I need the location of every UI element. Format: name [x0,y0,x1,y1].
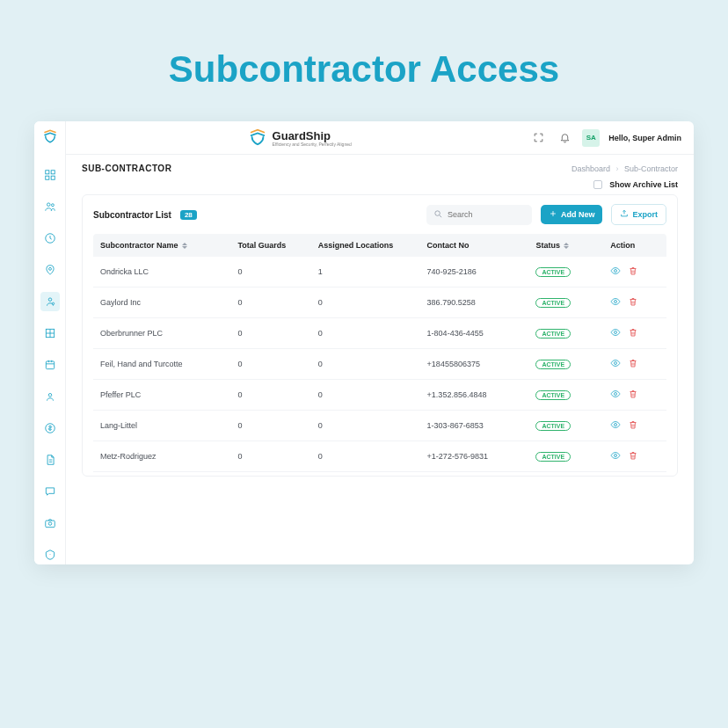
cell-guards: 0 [230,441,310,472]
svg-point-9 [52,302,54,304]
svg-point-20 [615,362,617,365]
cell-name: Metz-Rodriguez [93,441,230,472]
archive-checkbox[interactable] [593,180,602,189]
nav-help[interactable] [40,545,60,564]
cell-locations: 0 [311,411,420,441]
cell-status: ACTIVE [528,380,603,411]
export-icon [620,209,629,220]
export-label: Export [632,210,658,219]
svg-point-19 [615,331,617,334]
cell-name: Lang-Littel [93,411,230,441]
card-header: Subcontractor List 28 Add New Export [93,204,666,225]
col-action: Action [603,234,666,257]
count-badge: 28 [180,210,197,220]
view-icon[interactable] [610,389,621,401]
page-header: SUB-CONTRACTOR Dashboard › Sub-Contracto… [66,155,694,180]
sidebar [34,121,66,564]
svg-rect-3 [51,176,55,179]
cell-action [603,318,666,349]
delete-icon[interactable] [628,389,638,401]
greeting: Hello, Super Admin [608,134,681,142]
svg-rect-1 [51,171,55,174]
table-row: Metz-Rodriguez00+1-272-576-9831ACTIVE [93,441,666,472]
export-button[interactable]: Export [611,204,666,225]
view-icon[interactable] [610,327,621,339]
cell-name: Pfeffer PLC [93,380,230,411]
svg-rect-0 [45,171,48,174]
col-contact: Contact No [420,234,529,257]
app-window: GuardShip Efficiency and Security, Perfe… [34,121,694,564]
search-icon [433,209,443,221]
sort-icon [564,243,569,249]
nav-subcontractor[interactable] [40,292,60,311]
svg-point-22 [615,424,617,426]
cell-status: ACTIVE [528,288,603,318]
col-name[interactable]: Subcontractor Name [93,234,230,257]
cell-locations: 1 [311,257,420,288]
view-icon[interactable] [610,296,621,309]
svg-point-8 [48,298,52,302]
table-row: Feil, Hand and Turcotte00+18455806375ACT… [93,349,666,380]
page-title: SUB-CONTRACTOR [82,164,171,173]
cell-action [603,288,666,318]
add-new-button[interactable]: Add New [541,205,603,224]
cell-guards: 0 [230,411,310,441]
cell-guards: 0 [230,288,310,318]
col-status[interactable]: Status [528,234,603,257]
nav-profile[interactable] [40,387,60,406]
nav-grid[interactable] [40,324,60,343]
svg-point-23 [615,455,617,457]
nav-calendar[interactable] [40,355,60,375]
add-new-label: Add New [561,210,595,219]
delete-icon[interactable] [628,296,638,309]
nav-location[interactable] [40,260,60,280]
nav-chat[interactable] [40,482,60,501]
cell-locations: 0 [311,288,420,318]
svg-point-5 [51,204,54,207]
cell-contact: 1-303-867-6853 [420,411,529,441]
svg-rect-2 [45,176,48,179]
cell-action [603,380,666,411]
table-header-row: Subcontractor Name Total Guards Assigned… [93,234,666,257]
svg-rect-14 [45,521,55,528]
view-icon[interactable] [610,419,621,432]
content: Show Archive List Subcontractor List 28 … [66,180,694,492]
main: GuardShip Efficiency and Security, Perfe… [66,121,694,564]
cell-status: ACTIVE [528,318,603,349]
delete-icon[interactable] [628,450,638,462]
delete-icon[interactable] [628,327,638,339]
cell-action [603,411,666,441]
nav-dashboard[interactable] [40,165,60,185]
svg-point-4 [47,203,50,207]
view-icon[interactable] [610,266,621,278]
view-icon[interactable] [610,358,621,370]
search-input[interactable] [448,210,518,219]
fullscreen-icon[interactable] [529,129,547,147]
svg-point-16 [435,210,440,215]
delete-icon[interactable] [628,419,638,432]
svg-point-18 [615,301,617,303]
cell-contact: +1.352.856.4848 [420,380,529,411]
nav-document[interactable] [40,450,60,470]
cell-name: Gaylord Inc [93,288,230,318]
breadcrumb: Dashboard › Sub-Contractor [571,164,678,173]
search-box[interactable] [426,205,532,225]
table-row: Gaylord Inc00386.790.5258ACTIVE [93,288,666,318]
table-row: Lang-Littel001-303-867-6853ACTIVE [93,411,666,441]
delete-icon[interactable] [628,266,638,278]
status-badge: ACTIVE [535,421,571,431]
nav-camera[interactable] [40,513,60,533]
nav-clock[interactable] [40,229,60,248]
breadcrumb-root[interactable]: Dashboard [571,164,610,173]
list-title: Subcontractor List [93,210,171,220]
nav-dollar[interactable] [40,419,60,438]
cell-action [603,441,666,472]
avatar[interactable]: SA [582,129,600,147]
cell-name: Feil, Hand and Turcotte [93,349,230,380]
brand-tagline: Efficiency and Security, Perfectly Align… [273,142,352,147]
bell-icon[interactable] [556,129,573,147]
view-icon[interactable] [610,450,621,462]
archive-label: Show Archive List [609,180,678,189]
delete-icon[interactable] [628,358,638,370]
nav-users[interactable] [40,197,60,216]
